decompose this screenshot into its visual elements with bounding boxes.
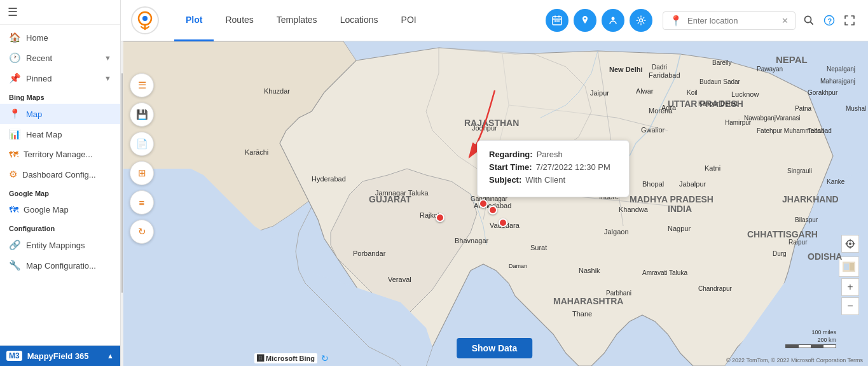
sidebar-item-pinned[interactable]: 📌 Pinned ▼ <box>0 68 120 88</box>
location-search-input[interactable] <box>687 16 776 25</box>
pin-rajkot[interactable] <box>436 213 444 222</box>
refresh-watermark-icon: ↻ <box>321 353 329 363</box>
svg-point-7 <box>612 17 615 20</box>
sidebar-item-google-map[interactable]: 🗺 Google Map <box>0 200 120 220</box>
sidebar-item-heat-map[interactable]: 📊 Heat Map <box>0 124 120 144</box>
popup-subject-row: Subject: With Client <box>489 175 617 185</box>
dashboard-icon: ⚙ <box>9 169 17 180</box>
sidebar-item-heat-map-label: Heat Map <box>26 130 62 139</box>
float-grid-button[interactable]: ⊞ <box>130 161 154 185</box>
float-save-button[interactable]: 💾 <box>130 102 154 127</box>
scale-bar: 100 miles 200 km <box>785 329 836 348</box>
bing-watermark: 🅱 Microsoft Bing ↻ <box>254 353 329 363</box>
scrollbar-thumb[interactable] <box>121 73 123 293</box>
sidebar-item-pinned-label: Pinned <box>26 74 52 83</box>
pin-gandhinagar[interactable] <box>479 199 488 208</box>
main-area: Plot Routes Templates Locations POI <box>121 0 868 366</box>
clear-location-icon[interactable]: ✕ <box>782 16 789 25</box>
calendar-button[interactable] <box>546 9 568 32</box>
copyright-text: © 2022 TomTom, © 2022 Microsoft Corporat… <box>726 357 863 363</box>
svg-point-1 <box>142 16 148 21</box>
app-logo <box>135 10 155 31</box>
settings-button[interactable] <box>630 9 652 32</box>
pin-ahmedabad[interactable] <box>488 206 497 215</box>
sidebar-footer-label: MappyField 365 <box>27 351 89 361</box>
show-data-button[interactable]: Show Data <box>457 338 533 358</box>
svg-rect-17 <box>850 263 854 271</box>
sidebar-item-dashboard-config[interactable]: ⚙ Dashboard Config... <box>0 164 120 185</box>
tab-templates[interactable]: Templates <box>265 0 329 41</box>
popup-subject-value: With Client <box>525 175 565 185</box>
scale-label-km: 200 km <box>817 337 836 343</box>
pinned-icon: 📌 <box>9 73 21 84</box>
sidebar-item-territory-manage[interactable]: 🗺 Territory Manage... <box>0 144 120 164</box>
sidebar-item-map-label: Map <box>26 109 42 119</box>
svg-point-9 <box>805 17 811 23</box>
logo-area <box>131 6 159 34</box>
topbar: Plot Routes Templates Locations POI <box>121 0 868 41</box>
sidebar-footer[interactable]: M3 MappyField 365 ▲ <box>0 345 120 366</box>
svg-point-19 <box>849 243 851 245</box>
map-icon: 📍 <box>9 108 21 120</box>
zoom-in-button[interactable]: + <box>841 278 859 296</box>
map-mini-thumbnail[interactable] <box>839 257 859 277</box>
sidebar-item-home-label: Home <box>26 33 48 43</box>
sidebar-item-map[interactable]: 📍 Map <box>0 104 120 124</box>
territory-icon: 🗺 <box>9 149 18 160</box>
tab-locations[interactable]: Locations <box>329 0 390 41</box>
person-pin-button[interactable] <box>602 9 624 32</box>
pinned-chevron: ▼ <box>104 74 111 82</box>
float-refresh-button[interactable]: ↻ <box>130 220 154 244</box>
tab-poi[interactable]: POI <box>390 0 428 41</box>
map-config-icon: 🔧 <box>9 260 21 271</box>
sidebar-item-map-config[interactable]: 🔧 Map Configuratio... <box>0 255 120 276</box>
map-container[interactable]: RAJASTHAN GUJARAT INDIA MAHARASHTRA UTTA… <box>121 41 868 366</box>
m3-badge: M3 <box>6 351 22 361</box>
popup-regarding-value: Paresh <box>537 150 563 159</box>
heat-map-icon: 📊 <box>9 129 21 140</box>
sidebar: ☰ 🏠 Home 🕐 Recent ▼ 📌 Pinned ▼ Bing Maps… <box>0 0 121 366</box>
scale-bar-visual <box>785 344 836 348</box>
svg-point-6 <box>584 18 586 20</box>
recent-icon: 🕐 <box>9 52 21 64</box>
svg-rect-5 <box>558 20 560 22</box>
footer-chevron: ▲ <box>107 352 114 360</box>
sidebar-nav: 🏠 Home 🕐 Recent ▼ 📌 Pinned ▼ Bing Maps 📍… <box>0 25 120 278</box>
sidebar-item-territory-label: Territory Manage... <box>24 150 92 159</box>
float-list-button[interactable]: ≡ <box>130 190 154 215</box>
tab-routes[interactable]: Routes <box>214 0 265 41</box>
topbar-right-icons: ? <box>801 12 858 29</box>
popup-regarding-label: Regarding: <box>489 150 533 159</box>
hamburger-icon[interactable]: ☰ <box>8 5 18 19</box>
sidebar-item-dashboard-label: Dashboard Config... <box>22 170 96 179</box>
help-button[interactable]: ? <box>821 12 837 29</box>
recent-chevron: ▼ <box>104 54 111 62</box>
sidebar-item-entity-label: Entity Mappings <box>26 241 85 250</box>
sidebar-header: ☰ <box>0 0 120 25</box>
google-map-icon: 🗺 <box>9 204 18 215</box>
float-menu-button[interactable]: ☰ <box>130 73 154 97</box>
bing-maps-section-title: Bing Maps <box>0 88 120 104</box>
location-pin-button[interactable] <box>574 9 596 32</box>
entity-icon: 🔗 <box>9 239 21 251</box>
sidebar-item-home[interactable]: 🏠 Home <box>0 27 120 48</box>
home-icon: 🏠 <box>9 32 21 43</box>
tab-plot[interactable]: Plot <box>174 0 214 41</box>
sidebar-item-entity-mappings[interactable]: 🔗 Entity Mappings <box>0 235 120 255</box>
nav-tabs: Plot Routes Templates Locations POI <box>174 0 428 41</box>
configuration-section-title: Configuration <box>0 220 120 235</box>
scrollbar-divider <box>121 0 123 366</box>
sidebar-item-map-config-label: Map Configuratio... <box>26 261 96 271</box>
search-button[interactable] <box>801 12 817 29</box>
float-doc-button[interactable]: 📄 <box>130 132 154 156</box>
expand-button[interactable] <box>841 12 858 29</box>
zoom-out-button[interactable]: − <box>841 297 859 315</box>
float-toolbar: ☰ 💾 📄 ⊞ ≡ ↻ <box>130 73 154 244</box>
bing-logo: 🅱 Microsoft Bing <box>254 353 317 363</box>
sidebar-item-recent[interactable]: 🕐 Recent ▼ <box>0 48 120 68</box>
pin-vadodara[interactable] <box>499 218 507 227</box>
map-locate-button[interactable] <box>841 235 859 253</box>
svg-point-8 <box>640 19 643 22</box>
scale-label-miles: 100 miles <box>811 329 836 335</box>
google-map-section-title: Google Map <box>0 185 120 200</box>
